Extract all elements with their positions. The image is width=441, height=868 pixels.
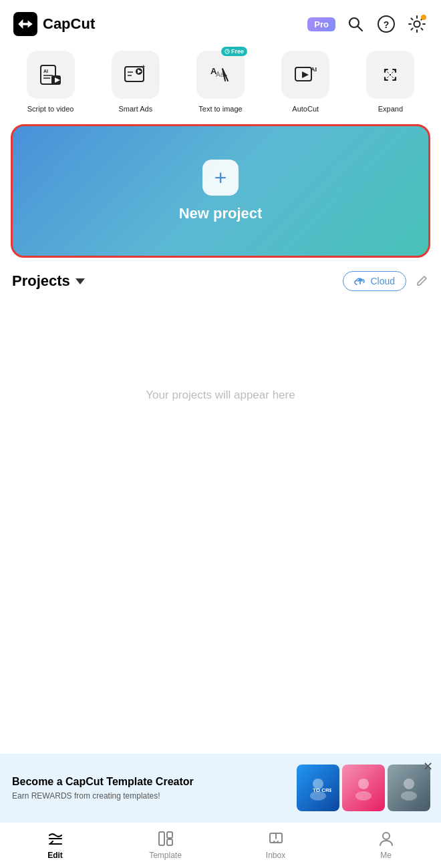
settings-button[interactable] bbox=[406, 13, 428, 35]
action-script-to-video[interactable]: AI Script to video bbox=[9, 51, 92, 114]
help-button[interactable]: ? bbox=[376, 13, 397, 35]
autocut-label: AutoCut bbox=[292, 104, 319, 114]
pro-badge[interactable]: Pro bbox=[307, 17, 335, 31]
ad-image-2 bbox=[342, 765, 385, 811]
free-badge: Free bbox=[221, 47, 247, 56]
header: CapCut Pro ? bbox=[0, 0, 441, 45]
action-autocut[interactable]: AI AutoCut bbox=[265, 51, 347, 114]
expand-label: Expand bbox=[378, 104, 403, 114]
svg-point-39 bbox=[383, 833, 390, 839]
smart-ads-icon-box: + bbox=[112, 51, 160, 99]
action-smart-ads[interactable]: + Smart Ads bbox=[94, 51, 176, 114]
ad-banner[interactable]: Become a CapCut Template Creator Earn RE… bbox=[0, 754, 441, 822]
svg-point-5 bbox=[414, 21, 420, 27]
script-to-video-label: Script to video bbox=[27, 104, 74, 114]
empty-state-label: Your projects will appear here bbox=[146, 389, 295, 402]
bottom-nav: Edit Template Inbox bbox=[0, 822, 441, 868]
ad-images: TO CREATE bbox=[297, 765, 430, 811]
expand-icon-box bbox=[366, 51, 414, 99]
search-button[interactable] bbox=[345, 13, 366, 35]
svg-rect-36 bbox=[159, 832, 164, 845]
action-text-to-image[interactable]: Free A Aa Text to image bbox=[179, 51, 261, 114]
svg-text:+: + bbox=[142, 63, 145, 70]
new-project-wrapper: + New project bbox=[0, 124, 441, 258]
nav-label-edit: Edit bbox=[47, 851, 63, 860]
nav-label-template: Template bbox=[149, 851, 182, 860]
smart-ads-label: Smart Ads bbox=[118, 104, 152, 114]
inbox-nav-icon bbox=[267, 829, 285, 848]
text-to-image-icon-box: Free A Aa bbox=[196, 51, 245, 99]
svg-text:AI: AI bbox=[311, 66, 317, 73]
text-to-image-label: Text to image bbox=[198, 104, 242, 114]
nav-label-inbox: Inbox bbox=[266, 851, 285, 860]
svg-text:?: ? bbox=[384, 19, 390, 30]
empty-state: Your projects will appear here bbox=[12, 302, 429, 489]
action-expand[interactable]: Expand bbox=[349, 51, 432, 114]
nav-item-template[interactable]: Template bbox=[110, 823, 220, 868]
logo[interactable]: CapCut bbox=[13, 12, 95, 36]
svg-marker-25 bbox=[302, 71, 309, 78]
edit-nav-icon bbox=[46, 829, 65, 848]
projects-header: Projects Cloud bbox=[12, 271, 429, 291]
svg-text:AI: AI bbox=[43, 69, 48, 73]
svg-text:TO CREATE: TO CREATE bbox=[313, 787, 331, 793]
new-project-button[interactable]: + New project bbox=[11, 124, 430, 258]
svg-point-32 bbox=[404, 779, 414, 789]
nav-item-inbox[interactable]: Inbox bbox=[220, 823, 331, 868]
projects-title-group[interactable]: Projects bbox=[12, 272, 85, 290]
script-to-video-icon-box: AI bbox=[27, 51, 75, 99]
ad-subtitle: Earn REWARDS from creating templates! bbox=[12, 791, 289, 801]
svg-point-30 bbox=[358, 779, 369, 789]
cloud-label: Cloud bbox=[370, 276, 395, 286]
svg-rect-37 bbox=[167, 832, 172, 838]
new-project-plus-icon: + bbox=[202, 160, 239, 196]
projects-actions: Cloud bbox=[343, 271, 429, 291]
projects-section: Projects Cloud Your projects will appear… bbox=[0, 271, 441, 754]
autocut-icon-box: AI bbox=[281, 51, 329, 99]
logo-text: CapCut bbox=[43, 15, 95, 33]
projects-dropdown-icon[interactable] bbox=[76, 278, 85, 284]
quick-actions: AI Script to video + Smart Ads bbox=[0, 45, 441, 124]
nav-label-me: Me bbox=[380, 851, 392, 860]
header-right: Pro ? bbox=[307, 13, 428, 35]
svg-point-33 bbox=[401, 791, 417, 801]
svg-point-31 bbox=[355, 791, 372, 801]
svg-line-2 bbox=[358, 27, 363, 31]
template-nav-icon bbox=[156, 829, 175, 848]
ad-close-button[interactable]: ✕ bbox=[423, 761, 433, 773]
projects-title: Projects bbox=[12, 272, 70, 290]
nav-item-edit[interactable]: Edit bbox=[0, 823, 110, 868]
me-nav-icon bbox=[377, 829, 396, 848]
svg-rect-38 bbox=[167, 839, 172, 845]
cloud-button[interactable]: Cloud bbox=[343, 271, 406, 291]
nav-item-me[interactable]: Me bbox=[331, 823, 441, 868]
ad-image-1: TO CREATE bbox=[297, 765, 339, 811]
ad-title: Become a CapCut Template Creator bbox=[12, 775, 289, 789]
edit-icon[interactable] bbox=[414, 274, 429, 288]
notification-dot bbox=[421, 15, 426, 20]
new-project-label: New project bbox=[179, 205, 263, 222]
ad-text: Become a CapCut Template Creator Earn RE… bbox=[12, 775, 289, 801]
